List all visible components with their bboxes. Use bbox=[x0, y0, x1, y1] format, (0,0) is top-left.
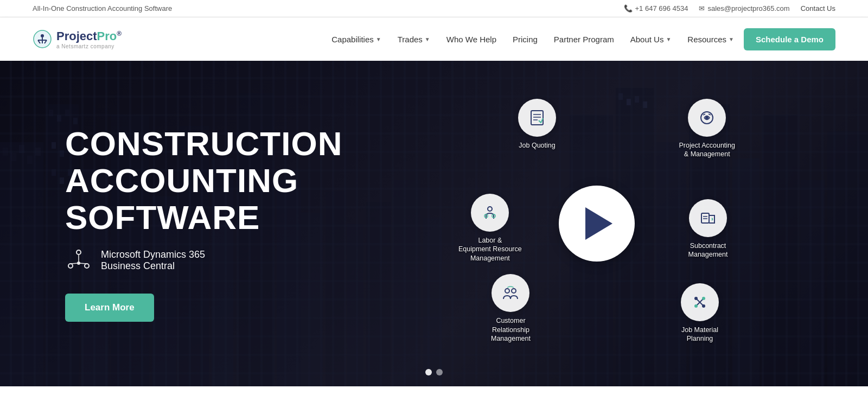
customer-relationship-label: CustomerRelationshipManagement bbox=[491, 316, 531, 343]
project-accounting-label: Project Accounting& Management bbox=[679, 141, 735, 159]
hero-section: CONSTRUCTION ACCOUNTING SOFTWARE Microso… bbox=[0, 61, 868, 386]
svg-point-72 bbox=[702, 297, 705, 300]
svg-point-50 bbox=[85, 264, 89, 268]
svg-point-48 bbox=[76, 250, 81, 254]
subcontract-icon-circle bbox=[689, 199, 727, 237]
svg-point-71 bbox=[694, 304, 698, 308]
chevron-down-icon: ▼ bbox=[666, 36, 671, 42]
topbar: All-In-One Construction Accounting Softw… bbox=[0, 0, 868, 17]
learn-more-button[interactable]: Learn More bbox=[65, 294, 154, 322]
svg-rect-64 bbox=[701, 213, 709, 223]
email-icon: ✉ bbox=[699, 4, 705, 12]
chevron-down-icon: ▼ bbox=[425, 36, 430, 42]
labor-equipment-icon bbox=[481, 203, 499, 222]
logo-icon bbox=[33, 29, 52, 49]
feature-customer-relationship: CustomerRelationshipManagement bbox=[491, 274, 531, 343]
navbar: ProjectPro® a Netsmartz company Capabili… bbox=[0, 17, 868, 61]
chevron-down-icon: ▼ bbox=[729, 36, 734, 42]
subcontract-label: Subcontract Management bbox=[675, 241, 741, 259]
svg-point-61 bbox=[488, 207, 492, 211]
play-arrow-icon bbox=[585, 207, 612, 240]
job-material-label: Job MaterialPlanning bbox=[681, 326, 718, 343]
feature-job-quoting: Job Quoting bbox=[518, 99, 556, 150]
nav-item-capabilities[interactable]: Capabilities ▼ bbox=[325, 30, 387, 48]
topbar-tagline: All-In-One Construction Accounting Softw… bbox=[33, 4, 172, 12]
svg-point-1 bbox=[41, 34, 44, 37]
logo[interactable]: ProjectPro® a Netsmartz company bbox=[33, 29, 122, 49]
nav-link-resources[interactable]: Resources ▼ bbox=[681, 30, 741, 48]
svg-point-54 bbox=[77, 262, 80, 265]
email-address: sales@projectpro365.com bbox=[707, 4, 789, 12]
svg-point-74 bbox=[702, 304, 705, 308]
logo-brand: ProjectPro® bbox=[56, 29, 122, 43]
nav-item-trades[interactable]: Trades ▼ bbox=[391, 30, 437, 48]
carousel-dot-2[interactable] bbox=[436, 369, 443, 375]
carousel-dots bbox=[425, 369, 443, 375]
feature-diagram: Job Quoting Project Accounting& Manageme… bbox=[448, 93, 746, 354]
carousel-dot-1[interactable] bbox=[425, 369, 432, 375]
feature-job-material: Job MaterialPlanning bbox=[681, 283, 719, 343]
nav-link-who-we-help[interactable]: Who We Help bbox=[440, 30, 503, 48]
customer-relationship-icon bbox=[501, 284, 520, 302]
hero-title-line2: ACCOUNTING bbox=[65, 162, 391, 199]
project-accounting-icon-circle bbox=[688, 99, 726, 137]
nav-links: Capabilities ▼ Trades ▼ Who We Help Pric… bbox=[325, 28, 835, 50]
svg-point-73 bbox=[694, 297, 698, 300]
dynamics-icon bbox=[65, 247, 92, 274]
schedule-demo-button[interactable]: Schedule a Demo bbox=[744, 28, 835, 50]
svg-point-67 bbox=[505, 289, 509, 293]
project-accounting-icon bbox=[698, 109, 716, 127]
center-logo-circle bbox=[559, 186, 635, 262]
labor-equipment-icon-circle bbox=[471, 194, 509, 232]
topbar-right: 📞 +1 647 696 4534 ✉ sales@projectpro365.… bbox=[624, 4, 836, 12]
labor-equipment-label: Labor &Equipment ResourceManagement bbox=[458, 236, 522, 263]
nav-link-trades[interactable]: Trades ▼ bbox=[391, 30, 437, 48]
job-quoting-label: Job Quoting bbox=[519, 141, 555, 150]
hero-subtitle: Microsoft Dynamics 365Business Central bbox=[65, 247, 391, 274]
phone-number: +1 647 696 4534 bbox=[635, 4, 688, 12]
hero-subtitle-text: Microsoft Dynamics 365Business Central bbox=[101, 249, 205, 272]
nav-item-resources[interactable]: Resources ▼ bbox=[681, 30, 741, 48]
hero-title: CONSTRUCTION ACCOUNTING SOFTWARE bbox=[65, 125, 391, 237]
logo-subtitle: a Netsmartz company bbox=[56, 43, 122, 49]
feature-subcontract: Subcontract Management bbox=[675, 199, 741, 259]
nav-link-about-us[interactable]: About Us ▼ bbox=[624, 30, 678, 48]
phone-icon: 📞 bbox=[624, 4, 633, 12]
nav-item-cta[interactable]: Schedule a Demo bbox=[744, 28, 835, 50]
job-quoting-icon bbox=[528, 109, 546, 127]
nav-item-partner-program[interactable]: Partner Program bbox=[547, 30, 621, 48]
hero-title-line3: SOFTWARE bbox=[65, 199, 391, 236]
customer-relationship-icon-circle bbox=[492, 274, 529, 312]
subcontract-icon bbox=[699, 209, 717, 227]
nav-link-partner-program[interactable]: Partner Program bbox=[547, 30, 621, 48]
phone-info: 📞 +1 647 696 4534 bbox=[624, 4, 688, 12]
chevron-down-icon: ▼ bbox=[376, 36, 381, 42]
nav-item-pricing[interactable]: Pricing bbox=[506, 30, 544, 48]
hero-left: CONSTRUCTION ACCOUNTING SOFTWARE Microso… bbox=[65, 125, 391, 322]
svg-point-49 bbox=[68, 264, 73, 268]
nav-link-pricing[interactable]: Pricing bbox=[506, 30, 544, 48]
feature-labor-equipment: Labor &Equipment ResourceManagement bbox=[458, 194, 522, 263]
job-material-icon-circle bbox=[681, 283, 719, 321]
hero-content: CONSTRUCTION ACCOUNTING SOFTWARE Microso… bbox=[0, 61, 868, 386]
feature-project-accounting: Project Accounting& Management bbox=[679, 99, 735, 159]
contact-us-link[interactable]: Contact Us bbox=[801, 4, 835, 12]
nav-link-capabilities[interactable]: Capabilities ▼ bbox=[325, 30, 387, 48]
nav-item-about-us[interactable]: About Us ▼ bbox=[624, 30, 678, 48]
nav-item-who-we-help[interactable]: Who We Help bbox=[440, 30, 503, 48]
email-info: ✉ sales@projectpro365.com bbox=[699, 4, 789, 12]
svg-point-60 bbox=[705, 116, 709, 119]
svg-point-68 bbox=[512, 289, 516, 293]
job-material-icon bbox=[691, 293, 709, 311]
job-quoting-icon-circle bbox=[518, 99, 556, 137]
hero-title-line1: CONSTRUCTION bbox=[65, 125, 391, 162]
logo-text: ProjectPro® a Netsmartz company bbox=[56, 29, 122, 49]
hero-right: Job Quoting Project Accounting& Manageme… bbox=[391, 61, 803, 386]
